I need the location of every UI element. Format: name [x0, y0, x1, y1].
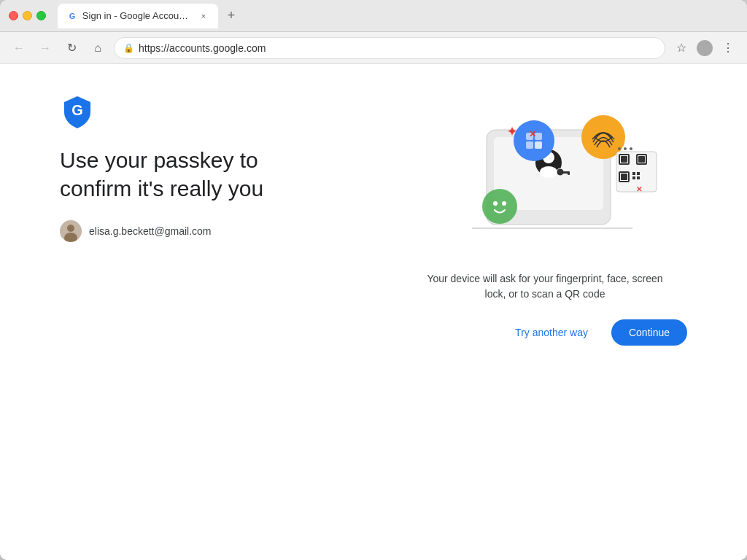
close-traffic-light[interactable]	[9, 11, 18, 20]
menu-button[interactable]: ⋮	[718, 38, 738, 58]
svg-rect-27	[638, 156, 645, 163]
svg-rect-30	[632, 172, 635, 175]
content-card: G Use your passkey to confirm it's reall…	[60, 93, 687, 346]
minimize-traffic-light[interactable]	[23, 11, 32, 20]
left-panel: G Use your passkey to confirm it's reall…	[60, 93, 344, 242]
svg-point-4	[67, 225, 74, 232]
avatar-icon	[60, 220, 82, 242]
svg-rect-20	[535, 141, 542, 149]
active-tab[interactable]: G Sign in - Google Accounts ×	[58, 4, 218, 28]
home-button[interactable]: ⌂	[88, 38, 108, 58]
svg-rect-33	[637, 176, 640, 179]
svg-point-36	[624, 147, 627, 150]
tab-bar: G Sign in - Google Accounts × +	[58, 4, 738, 28]
user-email: elisa.g.beckett@gmail.com	[89, 225, 212, 237]
svg-text:✕: ✕	[529, 129, 536, 139]
nav-bar: ← → ↻ ⌂ 🔒 https://accounts.google.com ☆ …	[0, 32, 747, 64]
svg-text:G: G	[71, 102, 83, 118]
svg-rect-25	[621, 156, 627, 163]
svg-point-39	[493, 201, 498, 206]
forward-button[interactable]: →	[35, 38, 55, 58]
svg-point-10	[540, 166, 557, 178]
svg-point-38	[482, 189, 517, 224]
address-bar[interactable]: 🔒 https://accounts.google.com	[114, 37, 665, 59]
svg-rect-31	[637, 172, 640, 175]
new-tab-button[interactable]: +	[221, 6, 241, 26]
google-shield-logo: G	[60, 93, 95, 128]
tab-title: Sign in - Google Accounts	[82, 10, 190, 21]
headline: Use your passkey to confirm it's really …	[60, 146, 344, 203]
svg-point-16	[514, 120, 554, 161]
svg-rect-29	[621, 174, 627, 180]
svg-text:✕: ✕	[636, 185, 642, 193]
right-panel: ✕ ✦	[403, 93, 687, 346]
svg-rect-13	[568, 171, 570, 175]
lock-icon: 🔒	[123, 43, 134, 53]
try-another-way-button[interactable]: Try another way	[503, 321, 600, 344]
traffic-lights	[9, 11, 46, 20]
svg-rect-19	[526, 141, 533, 149]
svg-point-37	[630, 147, 632, 150]
action-buttons: Try another way Continue	[403, 319, 687, 346]
url-text: https://accounts.google.com	[139, 42, 656, 54]
continue-button[interactable]: Continue	[611, 319, 687, 346]
illustration-svg: ✕ ✦	[421, 93, 669, 254]
tab-close-button[interactable]: ×	[198, 10, 209, 22]
svg-text:✦: ✦	[507, 125, 517, 138]
title-bar: G Sign in - Google Accounts × +	[0, 0, 747, 32]
maximize-traffic-light[interactable]	[36, 11, 46, 20]
browser-window: G Sign in - Google Accounts × + ← → ↻ ⌂ …	[0, 0, 747, 560]
avatar	[60, 220, 82, 242]
tab-favicon-icon: G	[66, 10, 78, 22]
bookmark-button[interactable]: ☆	[671, 38, 692, 58]
page-content: G Use your passkey to confirm it's reall…	[0, 64, 747, 560]
nav-actions: ☆ ⋮	[671, 38, 738, 58]
svg-point-35	[618, 147, 621, 150]
user-row: elisa.g.beckett@gmail.com	[60, 220, 344, 242]
profile-button[interactable]	[694, 38, 715, 58]
svg-rect-32	[632, 176, 635, 179]
back-button[interactable]: ←	[9, 38, 29, 58]
svg-text:G: G	[69, 11, 75, 20]
passkey-illustration: ✕ ✦	[421, 93, 669, 254]
svg-point-40	[502, 201, 506, 206]
description-text: Your device will ask for your fingerprin…	[421, 271, 669, 302]
reload-button[interactable]: ↻	[61, 38, 82, 58]
